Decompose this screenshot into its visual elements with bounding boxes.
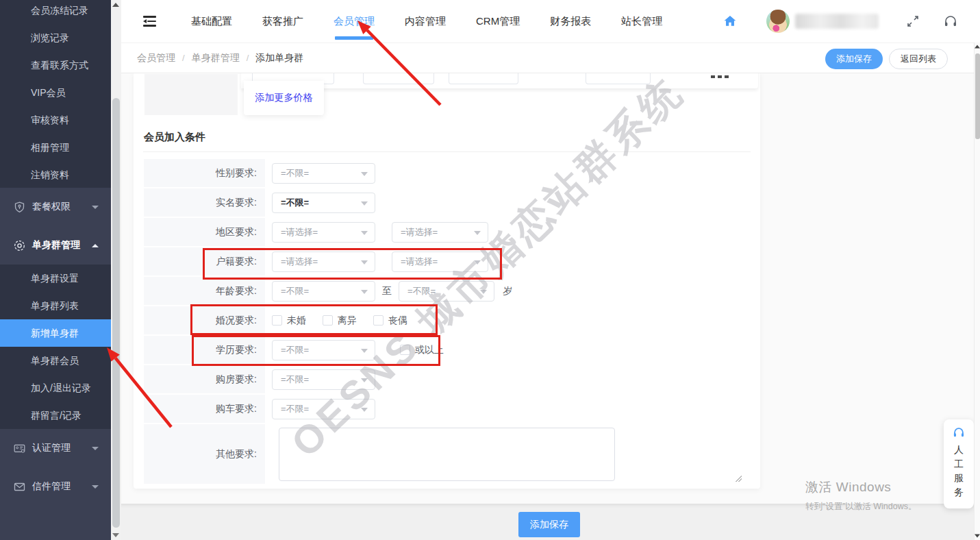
scroll-up-icon[interactable] bbox=[112, 3, 119, 7]
tab-webmaster-management[interactable]: 站长管理 bbox=[621, 0, 662, 42]
form-row-marital: 婚况要求: 未婚 离异 丧偶 bbox=[144, 306, 750, 334]
scroll-up-icon[interactable] bbox=[975, 45, 980, 49]
price-input-cut[interactable] bbox=[586, 73, 651, 84]
scroll-down-icon[interactable] bbox=[112, 533, 119, 537]
age-unit-text: 岁 bbox=[503, 285, 512, 297]
sidebar-item-single-group-list[interactable]: 单身群列表 bbox=[0, 292, 111, 319]
sidebar-item-vip-members[interactable]: VIP会员 bbox=[0, 79, 111, 106]
education-select-value: =不限= bbox=[273, 344, 309, 356]
form-row-house: 购房要求: =不限= bbox=[144, 365, 750, 393]
region-province-select[interactable]: =请选择= bbox=[272, 222, 375, 243]
sidebar-item-single-group-management[interactable]: 单身群管理 bbox=[0, 226, 111, 265]
region-city-select[interactable]: =请选择= bbox=[392, 222, 488, 243]
gender-select-value: =不限= bbox=[273, 167, 309, 180]
checkbox-divorced[interactable]: 离异 bbox=[323, 315, 357, 327]
age-max-select[interactable]: =不限= bbox=[399, 281, 494, 302]
tab-content-management[interactable]: 内容管理 bbox=[405, 0, 446, 42]
checkbox-unmarried[interactable]: 未婚 bbox=[272, 315, 306, 327]
checkbox-label: 离异 bbox=[338, 315, 357, 327]
checkbox-widowed[interactable]: 丧偶 bbox=[373, 315, 407, 327]
tab-basic-config[interactable]: 基础配置 bbox=[191, 0, 232, 42]
avatar[interactable] bbox=[766, 10, 790, 33]
sidebar-item-browse-records[interactable]: 浏览记录 bbox=[0, 24, 111, 51]
education-label: 学历要求: bbox=[144, 336, 265, 364]
add-more-prices-link[interactable]: 添加更多价格 bbox=[255, 92, 313, 104]
caret-down-icon bbox=[361, 378, 368, 382]
add-save-button[interactable]: 添加保存 bbox=[825, 49, 883, 69]
tab-customer-promotion[interactable]: 获客推广 bbox=[262, 0, 303, 42]
join-conditions-form: 性别要求: =不限= 实名要求: =不限= 地区要求: =请选择= bbox=[144, 159, 750, 484]
sidebar-item-label: 套餐权限 bbox=[32, 201, 92, 213]
realname-select-value: =不限= bbox=[273, 197, 309, 209]
breadcrumb-single-group-management[interactable]: 单身群管理 bbox=[192, 52, 240, 64]
age-max-value: =不限= bbox=[399, 285, 436, 297]
age-min-select[interactable]: =不限= bbox=[272, 281, 375, 302]
manual-service-widget[interactable]: 人 工 服 务 bbox=[944, 419, 974, 508]
target-icon bbox=[14, 240, 25, 251]
sidebar-item-view-contact[interactable]: 查看联系方式 bbox=[0, 51, 111, 79]
sidebar-item-package-permissions[interactable]: 套餐权限 bbox=[0, 188, 111, 226]
sidebar-scrollbar[interactable] bbox=[111, 0, 121, 540]
region-province-value: =请选择= bbox=[273, 226, 318, 238]
checkbox-icon[interactable] bbox=[400, 345, 410, 355]
caret-down-icon bbox=[361, 408, 368, 412]
sidebar-item-single-group-members[interactable]: 单身群会员 bbox=[0, 347, 111, 374]
price-input-cut[interactable] bbox=[363, 73, 434, 84]
sidebar-scrollbar-thumb[interactable] bbox=[112, 98, 120, 528]
checkbox-or-above[interactable]: 或以上 bbox=[400, 344, 444, 356]
tab-member-management[interactable]: 会员管理 bbox=[334, 0, 375, 42]
checkbox-label: 未婚 bbox=[287, 315, 306, 327]
footer-bar: 添加保存 bbox=[121, 504, 980, 540]
main-scrollbar-thumb[interactable] bbox=[975, 53, 980, 139]
age-to-text: 至 bbox=[382, 285, 392, 297]
sidebar-submenu-group: 会员冻结记录 浏览记录 查看联系方式 VIP会员 审核资料 相册管理 注销资料 bbox=[0, 0, 111, 188]
sidebar-item-label: 单身群管理 bbox=[32, 239, 92, 251]
back-to-list-button[interactable]: 返回列表 bbox=[889, 49, 948, 69]
caret-down-icon bbox=[361, 349, 368, 353]
household-province-select[interactable]: =请选择= bbox=[272, 251, 375, 272]
sidebar-item-album-management[interactable]: 相册管理 bbox=[0, 134, 111, 161]
gender-select[interactable]: =不限= bbox=[272, 163, 375, 184]
caret-down-icon bbox=[361, 260, 368, 265]
sidebar-item-single-group-settings[interactable]: 单身群设置 bbox=[0, 265, 111, 292]
checkbox-icon[interactable] bbox=[323, 315, 333, 326]
sidebar-item-mail-management[interactable]: 信件管理 bbox=[0, 467, 111, 506]
house-select[interactable]: =不限= bbox=[272, 369, 375, 390]
resize-grip-icon[interactable] bbox=[736, 476, 742, 482]
sidebar-item-label: 信件管理 bbox=[32, 480, 92, 493]
price-input-cut[interactable] bbox=[449, 73, 518, 84]
tab-finance-reports[interactable]: 财务报表 bbox=[550, 0, 591, 42]
caret-down-icon bbox=[474, 231, 481, 235]
realname-select[interactable]: =不限= bbox=[272, 193, 375, 213]
sidebar-item-auth-management[interactable]: 认证管理 bbox=[0, 429, 111, 467]
checkbox-icon[interactable] bbox=[272, 315, 282, 326]
collapse-menu-icon[interactable] bbox=[143, 16, 157, 27]
sidebar-item-group-message-records[interactable]: 群留言/记录 bbox=[0, 402, 111, 429]
form-row-household: 户籍要求: =请选择= =请选择= bbox=[144, 247, 750, 275]
other-requirements-textarea[interactable] bbox=[279, 428, 615, 481]
chevron-up-icon bbox=[92, 244, 99, 247]
fullscreen-icon[interactable] bbox=[906, 14, 920, 28]
sidebar-item-join-quit-records[interactable]: 加入/退出记录 bbox=[0, 374, 111, 402]
sidebar-item-review-materials[interactable]: 审核资料 bbox=[0, 106, 111, 134]
breadcrumb-member-management[interactable]: 会员管理 bbox=[137, 52, 175, 64]
education-select[interactable]: =不限= bbox=[272, 340, 375, 360]
footer-add-save-button[interactable]: 添加保存 bbox=[518, 512, 580, 537]
breadcrumb: 会员管理 / 单身群管理 / 添加单身群 bbox=[137, 52, 303, 64]
household-city-select[interactable]: =请选择= bbox=[392, 251, 488, 272]
main-scrollbar[interactable] bbox=[974, 42, 980, 540]
sidebar-item-add-single-group[interactable]: 新增单身群 bbox=[0, 319, 111, 347]
sidebar-item-member-freeze-records[interactable]: 会员冻结记录 bbox=[0, 0, 111, 24]
scroll-down-icon[interactable] bbox=[975, 535, 980, 538]
car-select[interactable]: =不限= bbox=[272, 399, 375, 419]
sidebar-item-cancel-materials[interactable]: 注销资料 bbox=[0, 161, 111, 188]
form-row-education: 学历要求: =不限= 或以上 bbox=[144, 336, 750, 364]
tab-crm-management[interactable]: CRM管理 bbox=[476, 0, 520, 42]
home-icon[interactable] bbox=[723, 14, 738, 29]
top-navbar: 基础配置 获客推广 会员管理 内容管理 CRM管理 财务报表 站长管理 bbox=[121, 0, 980, 42]
sidebar: 会员冻结记录 浏览记录 查看联系方式 VIP会员 审核资料 相册管理 注销资料 … bbox=[0, 0, 111, 540]
household-city-value: =请选择= bbox=[392, 256, 438, 268]
checkbox-icon[interactable] bbox=[373, 315, 384, 326]
username-blurred[interactable] bbox=[795, 14, 879, 29]
headset-icon[interactable] bbox=[943, 14, 958, 29]
